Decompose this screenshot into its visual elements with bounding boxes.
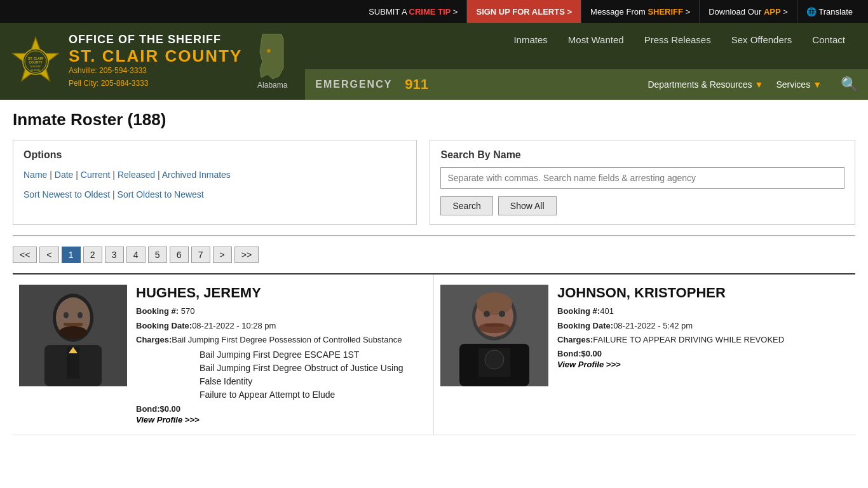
filter-links: Name | Date | Current | Released | Archi… — [24, 167, 406, 183]
page-5[interactable]: 5 — [148, 247, 167, 263]
search-button[interactable]: Search — [440, 196, 492, 215]
alabama-map: Alabama — [250, 28, 295, 95]
page-3[interactable]: 3 — [105, 247, 124, 263]
svg-point-21 — [477, 292, 512, 315]
inmate-list: HUGHES, JEREMY Booking #: 570 Booking Da… — [13, 273, 855, 435]
inmate-info: JOHNSON, KRISTOPHER Booking #:401 Bookin… — [557, 285, 849, 369]
county-name: ST. CLAIR COUNTY — [69, 47, 242, 65]
sort-newest[interactable]: Sort Newest to Oldest — [24, 189, 110, 200]
page-2[interactable]: 2 — [83, 247, 102, 263]
header-branding: ST. CLAIR COUNTY SHERIFF MURRAY OFFICE O… — [0, 23, 305, 100]
inmate-card: HUGHES, JEREMY Booking #: 570 Booking Da… — [13, 274, 434, 435]
options-title: Options — [24, 149, 406, 161]
svg-rect-13 — [64, 323, 83, 326]
services-dropdown-icon: ▼ — [813, 79, 822, 90]
page-last[interactable]: >> — [234, 247, 259, 263]
show-all-button[interactable]: Show All — [498, 196, 557, 215]
view-profile-link[interactable]: View Profile >>> — [557, 360, 849, 369]
charges: Charges:FAILURE TO APPEAR DRIVING WHILE … — [557, 334, 849, 346]
page-prev[interactable]: < — [39, 247, 58, 263]
charge-item: Bail Jumping First Degree ESCAPE 1ST — [136, 348, 427, 362]
options-search-row: Options Name | Date | Current | Released… — [13, 140, 855, 225]
svg-point-25 — [478, 323, 510, 333]
page-1[interactable]: 1 — [62, 247, 81, 263]
svg-point-28 — [485, 350, 504, 369]
translate-link[interactable]: 🌐 Translate — [797, 0, 862, 23]
booking-number: Booking #:401 — [557, 305, 849, 318]
filter-released[interactable]: Released — [118, 170, 155, 180]
departments-resources-btn[interactable]: Departments & Resources ▼ — [648, 79, 763, 90]
office-title: OFFICE OF THE SHERIFF — [69, 33, 242, 47]
filter-archived[interactable]: Archived Inmates — [162, 170, 231, 180]
main-navigation: Inmates Most Wanted Press Releases Sex O… — [305, 23, 868, 50]
pellcity-number[interactable]: 205-884-3333 — [101, 79, 149, 88]
page-6[interactable]: 6 — [170, 247, 189, 263]
booking-date: Booking Date:08-21-2022 - 10:28 pm — [136, 320, 427, 332]
alerts-link[interactable]: SIGN UP FOR ALERTS > — [467, 0, 581, 23]
search-buttons: Search Show All — [440, 196, 844, 215]
inmate-name: JOHNSON, KRISTOPHER — [557, 285, 849, 301]
johnson-photo-placeholder — [440, 285, 548, 386]
view-profile-link[interactable]: View Profile >>> — [136, 415, 427, 424]
state-label: Alabama — [257, 81, 287, 90]
crime-tip-text: SUBMIT A CRIME TIP > — [369, 7, 458, 17]
svg-point-14 — [59, 326, 87, 339]
bond: Bond:$0.00 — [136, 404, 427, 414]
nav-inmates[interactable]: Inmates — [503, 29, 557, 50]
crime-tip-link[interactable]: SUBMIT A CRIME TIP > — [360, 0, 467, 23]
search-panel: Search By Name Search Show All — [430, 140, 855, 225]
svg-point-7 — [267, 49, 271, 53]
services-btn[interactable]: Services ▼ — [776, 79, 822, 90]
filter-date[interactable]: Date — [55, 170, 74, 180]
dept-dropdown-icon: ▼ — [755, 79, 764, 90]
app-download-link[interactable]: Download Our APP > — [700, 0, 797, 23]
page-4[interactable]: 4 — [126, 247, 146, 263]
filter-name[interactable]: Name — [24, 170, 47, 180]
svg-point-12 — [78, 312, 83, 318]
svg-text:MURRAY: MURRAY — [31, 69, 41, 72]
booking-date: Booking Date:08-21-2022 - 5:42 pm — [557, 320, 849, 332]
secondary-navigation: EMERGENCY 911 Departments & Resources ▼ … — [305, 69, 868, 100]
site-header: ST. CLAIR COUNTY SHERIFF MURRAY OFFICE O… — [0, 23, 868, 100]
header-nav: Inmates Most Wanted Press Releases Sex O… — [305, 23, 868, 100]
inmate-card: JOHNSON, KRISTOPHER Booking #:401 Bookin… — [434, 274, 855, 435]
svg-point-23 — [499, 311, 505, 317]
svg-text:COUNTY: COUNTY — [29, 60, 43, 64]
options-panel: Options Name | Date | Current | Released… — [13, 140, 417, 225]
charges-label: Charges:Bail Jumping First Degree Posses… — [136, 334, 427, 346]
emergency-label: EMERGENCY — [315, 79, 392, 90]
charge-item: Failure to Appear Attempt to Elude — [136, 388, 427, 402]
ashville-number[interactable]: 205-594-3333 — [99, 66, 147, 75]
inmate-photo — [19, 285, 127, 386]
nav-press-releases[interactable]: Press Releases — [634, 29, 721, 50]
divider — [13, 235, 855, 236]
ashville-phone: Ashville: 205-594-3333 — [69, 65, 242, 77]
pellcity-phone: Pell City: 205-884-3333 — [69, 78, 242, 90]
nav-contact[interactable]: Contact — [802, 29, 855, 50]
search-title: Search By Name — [440, 149, 844, 161]
inmate-info: HUGHES, JEREMY Booking #: 570 Booking Da… — [136, 285, 427, 424]
sheriff-message-link[interactable]: Message From SHERIFF > — [581, 0, 700, 23]
svg-text:SHERIFF: SHERIFF — [30, 65, 41, 68]
svg-point-11 — [64, 312, 69, 318]
page-content: Inmate Roster (188) Options Name | Date … — [0, 100, 868, 445]
bond: Bond:$0.00 — [557, 349, 849, 358]
pagination: << < 1 2 3 4 5 6 7 > >> — [13, 247, 855, 263]
app-text: Download Our APP > — [709, 7, 788, 17]
search-input[interactable] — [440, 167, 844, 189]
filter-current[interactable]: Current — [81, 170, 111, 180]
page-7[interactable]: 7 — [191, 247, 210, 263]
site-search-icon[interactable]: 🔍 — [841, 76, 858, 93]
page-next[interactable]: > — [213, 247, 232, 263]
translate-text: 🌐 Translate — [806, 7, 853, 17]
sort-oldest[interactable]: Sort Oldest to Newest — [118, 189, 204, 200]
sheriff-badge-icon: ST. CLAIR COUNTY SHERIFF MURRAY — [10, 36, 61, 87]
hughes-photo-placeholder — [19, 285, 127, 386]
nav-most-wanted[interactable]: Most Wanted — [558, 29, 634, 50]
inmate-photo — [440, 285, 548, 386]
header-office-info: OFFICE OF THE SHERIFF ST. CLAIR COUNTY A… — [69, 33, 242, 90]
nav-sex-offenders[interactable]: Sex Offenders — [721, 29, 803, 50]
page-first[interactable]: << — [13, 247, 37, 263]
page-title: Inmate Roster (188) — [13, 110, 855, 130]
sort-links: Sort Newest to Oldest | Sort Oldest to N… — [24, 187, 406, 203]
